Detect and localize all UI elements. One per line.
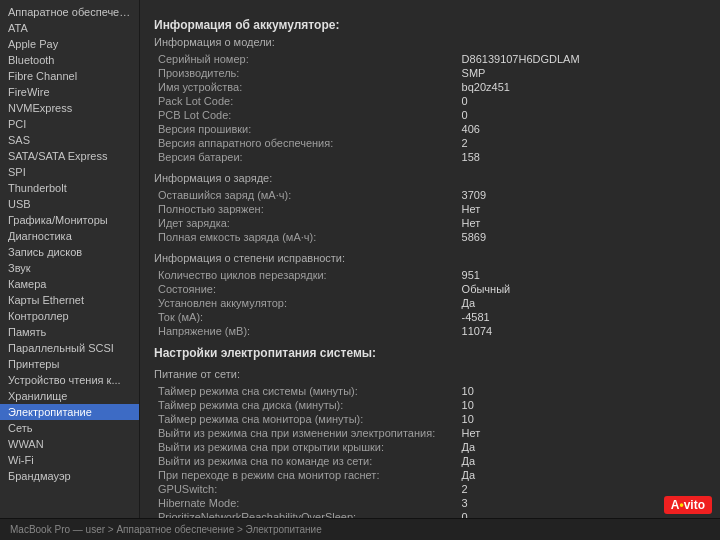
- power-section: Питание от сети:: [154, 368, 706, 380]
- table-row: Установлен аккумулятор:Да: [154, 296, 706, 310]
- field-value: 158: [458, 150, 706, 164]
- field-value: 10: [458, 384, 706, 398]
- sidebar-item[interactable]: Диагностика: [0, 228, 139, 244]
- field-value: Да: [458, 454, 706, 468]
- field-label: Оставшийся заряд (мА·ч):: [154, 188, 458, 202]
- table-row: Таймер режима сна диска (минуты):10: [154, 398, 706, 412]
- table-row: Выйти из режима сна при изменении электр…: [154, 426, 706, 440]
- sidebar-item[interactable]: Bluetooth: [0, 52, 139, 68]
- sidebar-item[interactable]: Звук: [0, 260, 139, 276]
- sidebar-item[interactable]: USB: [0, 196, 139, 212]
- avito-badge: A•vito: [664, 496, 712, 514]
- table-row: PCB Lot Code:0: [154, 108, 706, 122]
- sidebar-item[interactable]: Брандмауэр: [0, 468, 139, 484]
- field-label: PrioritizeNetworkReachabilityOverSleep:: [154, 510, 458, 518]
- sidebar-item[interactable]: SATA/SATA Express: [0, 148, 139, 164]
- table-row: Версия прошивки:406: [154, 122, 706, 136]
- charge-table: Оставшийся заряд (мА·ч):3709Полностью за…: [154, 188, 706, 244]
- field-value: Да: [458, 468, 706, 482]
- sidebar-item[interactable]: Thunderbolt: [0, 180, 139, 196]
- sidebar-item[interactable]: Fibre Channel: [0, 68, 139, 84]
- field-label: Выйти из режима сна по команде из сети:: [154, 454, 458, 468]
- table-row: Pack Lot Code:0: [154, 94, 706, 108]
- field-label: Имя устройства:: [154, 80, 458, 94]
- sidebar-item[interactable]: Электропитание: [0, 404, 139, 420]
- table-row: Версия аппаратного обеспечения:2: [154, 136, 706, 150]
- field-label: Pack Lot Code:: [154, 94, 458, 108]
- field-label: Напряжение (мВ):: [154, 324, 458, 338]
- sidebar-item[interactable]: FireWire: [0, 84, 139, 100]
- charge-section: Информация о заряде:: [154, 172, 706, 184]
- table-row: Таймер режима сна монитора (минуты):10: [154, 412, 706, 426]
- power-table: Таймер режима сна системы (минуты):10Тай…: [154, 384, 706, 518]
- table-row: PrioritizeNetworkReachabilityOverSleep:0: [154, 510, 706, 518]
- field-value: 10: [458, 412, 706, 426]
- field-label: Версия батареи:: [154, 150, 458, 164]
- sidebar-item[interactable]: WWAN: [0, 436, 139, 452]
- sidebar-item[interactable]: Память: [0, 324, 139, 340]
- sidebar-item[interactable]: Камера: [0, 276, 139, 292]
- field-label: Ток (мА):: [154, 310, 458, 324]
- sidebar-item[interactable]: Графика/Мониторы: [0, 212, 139, 228]
- field-label: Идет зарядка:: [154, 216, 458, 230]
- battery-title: Информация об аккумуляторе:: [154, 18, 706, 32]
- field-label: Таймер режима сна монитора (минуты):: [154, 412, 458, 426]
- model-table: Серийный номер:D86139107H6DGDLAMПроизвод…: [154, 52, 706, 164]
- table-row: Полная емкость заряда (мА·ч):5869: [154, 230, 706, 244]
- health-section: Информация о степени исправности:: [154, 252, 706, 264]
- field-value: 951: [458, 268, 706, 282]
- sidebar-item[interactable]: Принтеры: [0, 356, 139, 372]
- sidebar-item[interactable]: Контроллер: [0, 308, 139, 324]
- table-row: Таймер режима сна системы (минуты):10: [154, 384, 706, 398]
- field-label: Состояние:: [154, 282, 458, 296]
- field-value: 3709: [458, 188, 706, 202]
- field-label: PCB Lot Code:: [154, 108, 458, 122]
- sidebar-item[interactable]: SAS: [0, 132, 139, 148]
- sidebar-item[interactable]: Карты Ethernet: [0, 292, 139, 308]
- sidebar-item[interactable]: ATA: [0, 20, 139, 36]
- field-label: Выйти из режима сна при изменении электр…: [154, 426, 458, 440]
- field-value: Да: [458, 296, 706, 310]
- table-row: GPUSwitch:2: [154, 482, 706, 496]
- health-table: Количество циклов перезарядки:951Состоян…: [154, 268, 706, 338]
- table-row: Производитель:SMP: [154, 66, 706, 80]
- power-title: Настройки электропитания системы:: [154, 346, 706, 360]
- field-value: 2: [458, 136, 706, 150]
- sidebar-item[interactable]: Аппаратное обеспечен...: [0, 4, 139, 20]
- sidebar-item[interactable]: PCI: [0, 116, 139, 132]
- field-value: Обычный: [458, 282, 706, 296]
- field-value: SMP: [458, 66, 706, 80]
- field-value: 11074: [458, 324, 706, 338]
- table-row: Количество циклов перезарядки:951: [154, 268, 706, 282]
- sidebar-item[interactable]: Wi-Fi: [0, 452, 139, 468]
- model-section: Информация о модели:: [154, 36, 706, 48]
- sidebar-item[interactable]: Apple Pay: [0, 36, 139, 52]
- field-value: Нет: [458, 216, 706, 230]
- table-row: При переходе в режим сна монитор гаснет:…: [154, 468, 706, 482]
- sidebar-item[interactable]: NVMExpress: [0, 100, 139, 116]
- sidebar-item[interactable]: Устройство чтения к...: [0, 372, 139, 388]
- table-row: Полностью заряжен:Нет: [154, 202, 706, 216]
- field-value: bq20z451: [458, 80, 706, 94]
- field-label: Hibernate Mode:: [154, 496, 458, 510]
- sidebar-item[interactable]: Хранилище: [0, 388, 139, 404]
- content-area: Информация об аккумуляторе: Информация о…: [140, 0, 720, 518]
- field-label: Версия аппаратного обеспечения:: [154, 136, 458, 150]
- field-label: Полностью заряжен:: [154, 202, 458, 216]
- field-value: 10: [458, 398, 706, 412]
- table-row: Имя устройства:bq20z451: [154, 80, 706, 94]
- sidebar-item[interactable]: Сеть: [0, 420, 139, 436]
- breadcrumb: MacBook Pro — user > Аппаратное обеспече…: [10, 524, 322, 535]
- sidebar-item[interactable]: Параллельный SCSI: [0, 340, 139, 356]
- sidebar-item[interactable]: Запись дисков: [0, 244, 139, 260]
- sidebar: Аппаратное обеспечен...ATAApple PayBluet…: [0, 0, 140, 518]
- field-value: 5869: [458, 230, 706, 244]
- table-row: Версия батареи:158: [154, 150, 706, 164]
- table-row: Состояние:Обычный: [154, 282, 706, 296]
- field-label: Выйти из режима сна при открытии крышки:: [154, 440, 458, 454]
- table-row: Выйти из режима сна при открытии крышки:…: [154, 440, 706, 454]
- sidebar-item[interactable]: SPI: [0, 164, 139, 180]
- table-row: Серийный номер:D86139107H6DGDLAM: [154, 52, 706, 66]
- field-value: -4581: [458, 310, 706, 324]
- field-value: Да: [458, 440, 706, 454]
